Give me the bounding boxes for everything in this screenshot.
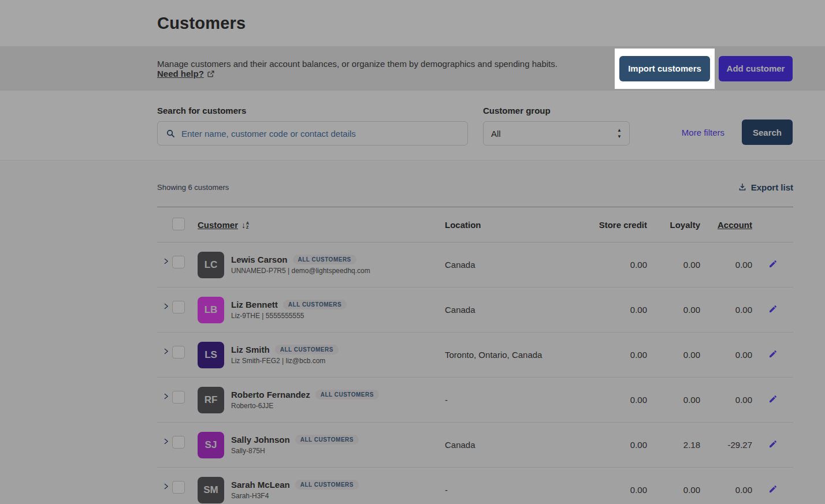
export-list-link[interactable]: Export list — [738, 182, 793, 192]
search-icon — [166, 129, 176, 139]
search-button[interactable]: Search — [742, 120, 793, 145]
spotlight-highlight: Import customers — [615, 48, 715, 89]
customer-details: Liz-9THE | 5555555555 — [231, 312, 347, 320]
customer-row[interactable]: SJ Sally Johnson ALL CUSTOMERS Sally-875… — [157, 423, 793, 468]
location-cell: Canada — [445, 260, 589, 270]
customer-details: Liz Smith-FEG2 | liz@bcb.com — [231, 357, 339, 365]
customer-name: Liz Bennett — [231, 300, 278, 309]
row-checkbox-cell — [172, 242, 198, 271]
table-header-row: Customer↓AZ Location Store credit Loyalt… — [157, 207, 793, 242]
account-cell: 0.00 — [700, 350, 752, 360]
header-customer[interactable]: Customer↓AZ — [198, 220, 445, 230]
location-cell: Canada — [445, 305, 589, 315]
chevron-right-icon[interactable] — [162, 257, 170, 265]
location-cell: - — [445, 485, 589, 495]
edit-customer-button[interactable] — [766, 392, 780, 408]
row-checkbox-cell — [172, 468, 198, 496]
store-credit-cell: 0.00 — [589, 305, 647, 315]
chevron-right-icon[interactable] — [162, 303, 170, 310]
pencil-icon — [768, 349, 778, 359]
chevron-right-icon[interactable] — [162, 393, 170, 400]
showing-count: Showing 6 customers — [157, 183, 229, 192]
customer-group-value: All — [491, 129, 501, 139]
page-description: Manage customers and their account balan… — [157, 59, 615, 79]
edit-cell — [752, 392, 793, 408]
customer-info: Sarah McLean ALL CUSTOMERS Sarah-H3F4 — [231, 480, 359, 500]
filter-actions: More filters Search — [682, 120, 793, 145]
store-credit-cell: 0.00 — [589, 485, 647, 495]
page-title: Customers — [157, 14, 246, 33]
customer-row[interactable]: SM Sarah McLean ALL CUSTOMERS Sarah-H3F4… — [157, 468, 793, 504]
list-meta: Showing 6 customers Export list — [157, 181, 793, 193]
external-link-icon — [207, 70, 215, 78]
customer-info: Roberto Fernandez ALL CUSTOMERS Roberto-… — [231, 390, 379, 410]
customer-row[interactable]: LB Liz Bennett ALL CUSTOMERS Liz-9THE | … — [157, 288, 793, 333]
customer-details: Roberto-6JJE — [231, 402, 379, 410]
edit-cell — [752, 347, 793, 363]
avatar: LB — [198, 297, 224, 323]
customer-group-badge: ALL CUSTOMERS — [275, 345, 339, 354]
edit-customer-button[interactable] — [766, 347, 780, 363]
edit-customer-button[interactable] — [766, 257, 780, 272]
row-checkbox[interactable] — [172, 256, 185, 268]
table-body: LC Lewis Carson ALL CUSTOMERS UNNAMED-P7… — [157, 242, 793, 504]
row-checkbox-cell — [172, 333, 198, 361]
customer-list-region: Showing 6 customers Export list Customer… — [0, 160, 825, 504]
need-help-link[interactable]: Need help? — [157, 69, 215, 79]
search-input[interactable]: Enter name, customer code or contact det… — [157, 121, 468, 145]
row-checkbox[interactable] — [172, 436, 185, 449]
add-customer-button[interactable]: Add customer — [719, 56, 793, 81]
customer-row[interactable]: LS Liz Smith ALL CUSTOMERS Liz Smith-FEG… — [157, 333, 793, 378]
account-cell: 0.00 — [700, 305, 752, 315]
row-checkbox[interactable] — [172, 346, 185, 359]
customer-group-select[interactable]: All ▲ ▼ — [483, 121, 630, 145]
avatar: SJ — [198, 432, 224, 458]
customer-row[interactable]: RF Roberto Fernandez ALL CUSTOMERS Rober… — [157, 378, 793, 423]
more-filters-link[interactable]: More filters — [682, 128, 724, 137]
customer-name: Liz Smith — [231, 345, 270, 354]
customer-cell: SJ Sally Johnson ALL CUSTOMERS Sally-875… — [198, 432, 445, 458]
customer-cell: RF Roberto Fernandez ALL CUSTOMERS Rober… — [198, 387, 445, 413]
row-checkbox[interactable] — [172, 481, 185, 494]
edit-customer-button[interactable] — [766, 437, 780, 453]
location-cell: - — [445, 395, 589, 405]
location-cell: Toronto, Ontario, Canada — [445, 350, 589, 360]
customer-group-badge: ALL CUSTOMERS — [295, 435, 359, 445]
row-expand-cell — [157, 333, 172, 357]
import-customers-button[interactable]: Import customers — [619, 56, 710, 81]
group-filter-group: Customer group All ▲ ▼ — [483, 106, 630, 160]
row-checkbox-cell — [172, 288, 198, 316]
store-credit-cell: 0.00 — [589, 350, 647, 360]
avatar: SM — [198, 477, 224, 503]
customer-cell: LB Liz Bennett ALL CUSTOMERS Liz-9THE | … — [198, 297, 445, 323]
chevron-right-icon[interactable] — [162, 483, 170, 490]
edit-cell — [752, 302, 793, 318]
page-header: Customers — [0, 0, 825, 46]
edit-customer-button[interactable] — [766, 482, 780, 498]
export-list-label: Export list — [751, 182, 793, 192]
customers-table: Customer↓AZ Location Store credit Loyalt… — [157, 207, 793, 504]
customer-row[interactable]: LC Lewis Carson ALL CUSTOMERS UNNAMED-P7… — [157, 242, 793, 288]
customer-info: Liz Smith ALL CUSTOMERS Liz Smith-FEG2 |… — [231, 345, 339, 365]
row-checkbox[interactable] — [172, 301, 185, 313]
avatar: RF — [198, 387, 224, 413]
header-account[interactable]: Account — [700, 220, 752, 230]
customer-info: Liz Bennett ALL CUSTOMERS Liz-9THE | 555… — [231, 300, 347, 320]
chevron-right-icon[interactable] — [162, 438, 170, 445]
customer-name: Sally Johnson — [231, 435, 290, 445]
customer-name: Lewis Carson — [231, 255, 288, 264]
edit-customer-button[interactable] — [766, 302, 780, 318]
stepper-down-icon: ▼ — [617, 135, 622, 139]
header-actions: Import customers Add customer — [615, 48, 793, 89]
account-cell: 0.00 — [700, 260, 752, 270]
select-stepper-icon: ▲ ▼ — [617, 128, 622, 139]
loyalty-cell: 0.00 — [647, 260, 700, 270]
row-checkbox[interactable] — [172, 391, 185, 404]
account-cell: 0.00 — [700, 485, 752, 495]
customer-details: Sarah-H3F4 — [231, 492, 359, 500]
customer-name: Sarah McLean — [231, 480, 290, 490]
select-all-checkbox[interactable] — [172, 218, 185, 230]
header-loyalty: Loyalty — [647, 220, 700, 230]
location-cell: Canada — [445, 440, 589, 450]
chevron-right-icon[interactable] — [162, 348, 170, 355]
